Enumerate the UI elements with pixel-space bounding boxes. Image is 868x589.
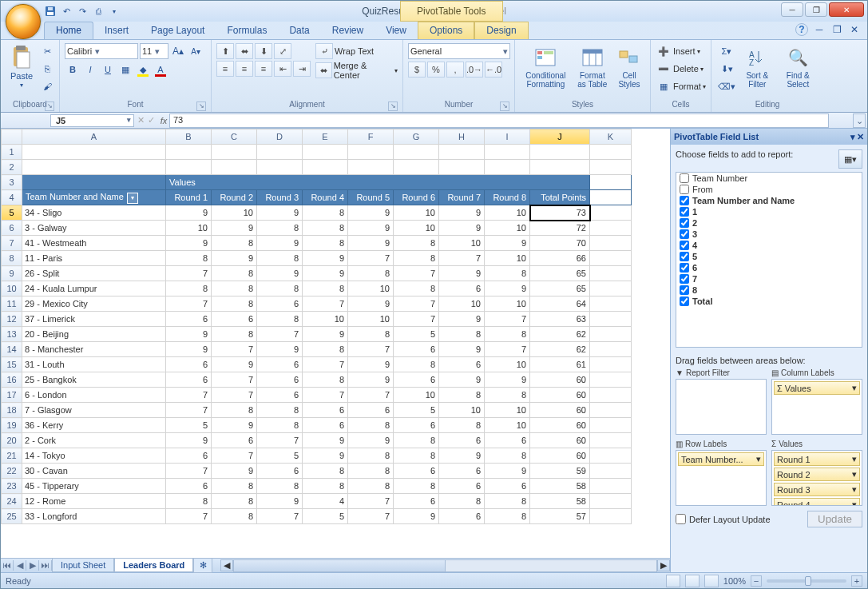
table-cell[interactable]: 5 [394,327,439,342]
table-cell[interactable]: 8 [394,479,439,494]
table-cell[interactable]: 6 [166,357,212,372]
row-header[interactable]: 13 [2,327,22,342]
table-cell[interactable]: 60 [530,418,590,433]
table-cell[interactable]: 9 [166,327,212,342]
field-checkbox[interactable] [680,207,689,217]
fx-icon[interactable]: fx [158,116,169,125]
table-cell[interactable]: 7 [303,296,348,312]
table-cell[interactable]: 8 [257,479,303,494]
table-cell[interactable]: 7 [394,296,439,312]
table-cell[interactable]: 8 [303,342,348,357]
row-header[interactable]: 18 [2,403,22,418]
row-header[interactable]: 21 [2,448,22,464]
cell-styles-button[interactable]: Cell Styles [613,43,645,90]
table-cell[interactable]: 6 [439,509,485,524]
table-cell[interactable]: 7 - Glasgow [22,403,166,418]
sheet-tab-leaders[interactable]: Leaders Board [114,559,193,572]
font-dialog-icon[interactable]: ↘ [196,101,206,111]
table-cell[interactable]: 6 [166,372,212,388]
table-cell[interactable]: 10 [348,312,394,327]
table-cell[interactable]: 10 [394,221,439,236]
table-cell[interactable]: 10 [485,357,530,372]
row-header[interactable]: 17 [2,388,22,403]
field-checkbox[interactable] [680,263,689,273]
table-cell[interactable]: 7 [166,509,212,524]
table-cell[interactable]: 2 - Cork [22,433,166,448]
underline-button[interactable]: U [100,62,116,78]
table-cell[interactable]: 4 [303,494,348,509]
table-cell[interactable]: 8 [212,236,257,251]
tab-options[interactable]: Options [418,22,474,39]
table-cell[interactable]: 60 [530,403,590,418]
table-cell[interactable]: 8 [212,479,257,494]
table-cell[interactable]: 9 [257,205,303,221]
table-cell[interactable]: 8 [485,266,530,281]
normal-view-button[interactable] [666,575,680,587]
field-item[interactable]: 6 [676,262,862,273]
table-cell[interactable]: 36 - Kerry [22,418,166,433]
font-color-icon[interactable]: A [153,62,168,78]
row-header[interactable]: 8 [2,251,22,266]
horizontal-scrollbar[interactable] [233,559,657,572]
table-cell[interactable]: 8 [439,494,485,509]
name-box[interactable]: J5 [50,114,134,127]
minimize-button[interactable]: ─ [781,2,803,17]
table-cell[interactable]: 9 [348,236,394,251]
table-cell[interactable]: 9 [303,448,348,464]
table-cell[interactable]: 9 [348,221,394,236]
table-cell[interactable]: 10 [485,205,530,221]
row-labels-area[interactable]: Team Number...▾ [676,450,767,506]
table-cell[interactable]: 64 [530,296,590,312]
table-cell[interactable]: 7 [348,494,394,509]
table-cell[interactable]: 7 [303,357,348,372]
table-cell[interactable]: 8 [303,221,348,236]
area-chip[interactable]: Σ Values▾ [774,381,860,395]
column-labels-area[interactable]: Σ Values▾ [771,379,862,435]
area-chip[interactable]: Round 3▾ [774,483,860,496]
table-cell[interactable]: 8 [348,266,394,281]
save-icon[interactable] [44,5,57,18]
table-cell[interactable]: 8 [348,479,394,494]
table-cell[interactable]: 8 [394,448,439,464]
table-cell[interactable]: 8 [485,388,530,403]
table-cell[interactable]: 9 [212,221,257,236]
table-cell[interactable]: 8 [348,418,394,433]
tab-page-layout[interactable]: Page Layout [140,22,216,39]
table-cell[interactable]: 6 - London [22,388,166,403]
sheet-tab-input[interactable]: Input Sheet [52,559,114,572]
table-cell[interactable]: 8 [257,312,303,327]
field-item[interactable]: 4 [676,240,862,251]
table-cell[interactable]: 8 [485,494,530,509]
row-header[interactable]: 20 [2,433,22,448]
table-cell[interactable]: 8 [394,357,439,372]
field-item[interactable]: 7 [676,273,862,285]
table-cell[interactable]: 5 [257,448,303,464]
column-header[interactable]: F [348,129,394,145]
table-cell[interactable]: 9 [212,357,257,372]
table-cell[interactable]: 7 [212,342,257,357]
table-cell[interactable]: 10 [439,296,485,312]
table-cell[interactable]: 9 [439,372,485,388]
table-cell[interactable]: 7 [394,266,439,281]
area-chip[interactable]: Round 1▾ [774,452,860,466]
table-cell[interactable]: 9 [394,509,439,524]
table-cell[interactable]: 7 [212,448,257,464]
field-list[interactable]: Team NumberFromTeam Number and Name12345… [676,172,862,348]
select-all-button[interactable] [2,129,22,145]
table-cell[interactable]: 33 - Longford [22,509,166,524]
table-cell[interactable]: 8 - Manchester [22,342,166,357]
border-icon[interactable]: ▦ [117,62,133,78]
column-header[interactable]: A [22,129,166,145]
cut-icon[interactable]: ✂ [39,43,55,59]
row-header[interactable]: 22 [2,464,22,479]
pane-close-icon[interactable]: ✕ [857,132,864,142]
table-cell[interactable]: 6 [257,357,303,372]
table-cell[interactable]: 6 [257,388,303,403]
bold-button[interactable]: B [65,62,81,78]
table-cell[interactable]: 8 [212,403,257,418]
table-cell[interactable]: 8 [303,205,348,221]
table-cell[interactable]: 14 - Tokyo [22,448,166,464]
table-cell[interactable]: 20 - Beijing [22,327,166,342]
table-cell[interactable]: 10 [394,205,439,221]
table-cell[interactable]: 9 [166,342,212,357]
